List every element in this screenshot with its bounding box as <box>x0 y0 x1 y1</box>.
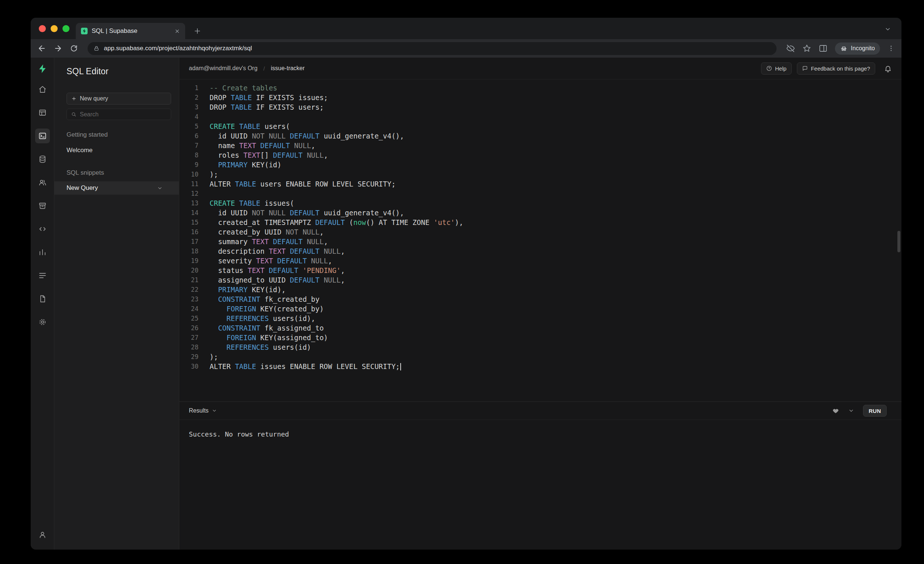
rail-item-account[interactable] <box>35 527 50 542</box>
code-line[interactable]: 22 PRIMARY KEY(id), <box>179 285 902 295</box>
chevron-down-icon[interactable] <box>157 186 163 191</box>
code-line[interactable]: 2DROP TABLE IF EXISTS issues; <box>179 93 902 102</box>
bookmark-star-icon[interactable] <box>802 44 811 53</box>
line-content: FOREIGN KEY(created_by) <box>198 305 324 313</box>
tab-title: SQL | Supabase <box>92 27 170 35</box>
code-line[interactable]: 10); <box>179 169 902 179</box>
help-button[interactable]: Help <box>761 63 792 75</box>
incognito-icon <box>840 45 848 52</box>
code-line[interactable]: 7 name TEXT DEFAULT NULL, <box>179 141 902 150</box>
zoom-window-button[interactable] <box>63 25 69 32</box>
favorite-heart-icon[interactable] <box>832 407 839 414</box>
line-number: 25 <box>179 315 198 322</box>
notifications-bell-icon[interactable] <box>884 64 892 72</box>
browser-tab[interactable]: SQL | Supabase <box>76 23 185 39</box>
line-number: 4 <box>179 113 198 120</box>
code-line[interactable]: 19 severity TEXT DEFAULT NULL, <box>179 256 902 266</box>
snippet-search[interactable] <box>66 109 171 120</box>
back-button[interactable] <box>38 44 46 53</box>
line-number: 10 <box>179 171 198 178</box>
main-panel: adam@windmill.dev's Org / issue-tracker … <box>179 58 902 550</box>
code-line[interactable]: 24 FOREIGN KEY(created_by) <box>179 304 902 314</box>
minimize-window-button[interactable] <box>51 25 58 32</box>
new-query-button[interactable]: New query <box>66 93 171 105</box>
breadcrumb-project[interactable]: issue-tracker <box>271 65 305 72</box>
rail-item-reports[interactable] <box>35 245 50 260</box>
code-line[interactable]: 17 summary TEXT DEFAULT NULL, <box>179 237 902 246</box>
line-content: PRIMARY KEY(id) <box>198 161 281 169</box>
rail-item-api[interactable] <box>35 221 50 236</box>
incognito-badge: Incognito <box>835 42 880 55</box>
url-input[interactable]: app.supabase.com/project/azahtnhqohyjerz… <box>88 42 777 55</box>
rail-item-home[interactable] <box>35 82 50 97</box>
run-button[interactable]: RUN <box>863 405 886 417</box>
reload-button[interactable] <box>70 44 78 52</box>
code-line[interactable]: 18 description TEXT DEFAULT NULL, <box>179 246 902 256</box>
lock-icon[interactable] <box>93 45 99 51</box>
code-line[interactable]: 29); <box>179 352 902 362</box>
line-content: status TEXT DEFAULT 'PENDING', <box>198 266 345 274</box>
code-line[interactable]: 4 <box>179 112 902 121</box>
rail-item-docs[interactable] <box>35 292 50 306</box>
rail-item-database[interactable] <box>35 152 50 167</box>
code-line[interactable]: 9 PRIMARY KEY(id) <box>179 160 902 169</box>
close-window-button[interactable] <box>39 25 46 32</box>
side-panel-icon[interactable] <box>819 44 828 53</box>
line-number: 8 <box>179 151 198 159</box>
code-line[interactable]: 25 REFERENCES users(id), <box>179 314 902 323</box>
rail-item-sql-editor[interactable] <box>35 129 50 143</box>
code-line[interactable]: 30ALTER TABLE issues ENABLE ROW LEVEL SE… <box>179 362 902 371</box>
code-line[interactable]: 15 created_at TIMESTAMPTZ DEFAULT (now()… <box>179 218 902 227</box>
rail-item-auth-users[interactable] <box>35 175 50 190</box>
code-line[interactable]: 5CREATE TABLE users( <box>179 121 902 131</box>
line-content: id UUID NOT NULL DEFAULT uuid_generate_v… <box>198 209 404 217</box>
code-line[interactable]: 3DROP TABLE IF EXISTS users; <box>179 102 902 112</box>
sidebar-item-welcome[interactable]: Welcome <box>54 145 179 156</box>
editor-scrollbar[interactable] <box>897 231 900 252</box>
sidebar-item-new-query[interactable]: New Query <box>54 181 179 194</box>
section-getting-started: Getting started <box>66 131 179 139</box>
feedback-button[interactable]: Feedback on this page? <box>797 63 875 75</box>
code-line[interactable]: 14 id UUID NOT NULL DEFAULT uuid_generat… <box>179 208 902 218</box>
code-line[interactable]: 28 REFERENCES users(id) <box>179 343 902 352</box>
tab-search-chevron-icon[interactable] <box>885 26 891 33</box>
code-line[interactable]: 1-- Create tables <box>179 83 902 93</box>
line-number: 29 <box>179 353 198 361</box>
search-input[interactable] <box>80 111 167 118</box>
line-content: DROP TABLE IF EXISTS issues; <box>198 93 328 102</box>
results-message: Success. No rows returned <box>189 430 289 438</box>
rail-item-logs[interactable] <box>35 268 50 283</box>
eye-off-icon[interactable] <box>786 44 795 53</box>
new-tab-button[interactable] <box>193 27 201 35</box>
line-content: description TEXT DEFAULT NULL, <box>198 247 345 255</box>
code-line[interactable]: 8 roles TEXT[] DEFAULT NULL, <box>179 150 902 160</box>
code-line[interactable]: 6 id UUID NOT NULL DEFAULT uuid_generate… <box>179 131 902 141</box>
code-line[interactable]: 11ALTER TABLE users ENABLE ROW LEVEL SEC… <box>179 179 902 189</box>
line-number: 1 <box>179 84 198 91</box>
tab-close-icon[interactable] <box>174 28 180 34</box>
sql-code-editor[interactable]: 1-- Create tables2DROP TABLE IF EXISTS i… <box>179 79 902 401</box>
code-line[interactable]: 12 <box>179 189 902 198</box>
browser-menu-icon[interactable] <box>887 45 895 52</box>
section-sql-snippets: SQL snippets <box>66 169 179 177</box>
supabase-logo[interactable] <box>38 64 48 74</box>
code-line[interactable]: 20 status TEXT DEFAULT 'PENDING', <box>179 266 902 275</box>
results-chevron-icon[interactable] <box>212 408 217 413</box>
forward-button[interactable] <box>54 44 63 53</box>
code-line[interactable]: 16 created_by UUID NOT NULL, <box>179 227 902 237</box>
line-content: severity TEXT DEFAULT NULL, <box>198 257 332 265</box>
rail-item-settings[interactable] <box>35 315 50 329</box>
line-number: 2 <box>179 94 198 101</box>
results-toggle-label[interactable]: Results <box>189 407 208 414</box>
line-content: created_by UUID NOT NULL, <box>198 228 324 236</box>
rail-item-table-editor[interactable] <box>35 105 50 120</box>
code-line[interactable]: 26 CONSTRAINT fk_assigned_to <box>179 323 902 333</box>
code-line[interactable]: 13CREATE TABLE issues( <box>179 198 902 208</box>
code-line[interactable]: 27 FOREIGN KEY(assigned_to) <box>179 333 902 343</box>
code-line[interactable]: 21 assigned_to UUID DEFAULT NULL, <box>179 275 902 285</box>
breadcrumb-org[interactable]: adam@windmill.dev's Org <box>189 65 258 72</box>
rail-item-storage[interactable] <box>35 198 50 213</box>
code-line[interactable]: 23 CONSTRAINT fk_created_by <box>179 295 902 304</box>
supabase-favicon <box>81 28 88 34</box>
run-options-chevron-icon[interactable] <box>848 408 854 414</box>
